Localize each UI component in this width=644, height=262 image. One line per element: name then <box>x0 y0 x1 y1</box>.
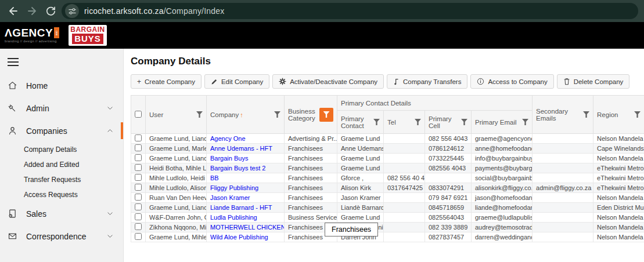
cell-region: eThekwini Metro... <box>593 163 644 173</box>
cell-company-link[interactable]: Liande Barnard - HFT <box>207 203 285 213</box>
company-table: User Company↑ Business Category Primary … <box>131 95 644 242</box>
delete-company-button[interactable]: Delete Company <box>557 74 630 89</box>
filter-icon[interactable] <box>461 119 467 125</box>
table-row[interactable]: Ruan Van Den Heeve... Jason Kramer Franc… <box>131 193 644 203</box>
column-header-primary-email[interactable]: Primary Email <box>472 111 533 134</box>
row-select-cell[interactable] <box>131 134 146 144</box>
activate-deactivate-company-button[interactable]: Activate/Deactivate Company <box>272 74 384 89</box>
company-transfers-button[interactable]: Company Transfers <box>387 74 467 89</box>
column-header-tel[interactable]: Tel <box>384 111 425 134</box>
cell-company-link[interactable]: Bargain Buys <box>207 154 285 163</box>
row-checkbox[interactable] <box>135 233 142 240</box>
sidebar-subitem-added-and-edited[interactable]: Added and Edited <box>0 157 123 172</box>
cell-tel <box>384 223 425 232</box>
info-icon <box>477 78 484 85</box>
cell-company-link[interactable]: MOTHERWELL CHICKEN LA... <box>207 223 285 232</box>
column-header-secondary-emails[interactable]: Secondary Emails <box>533 96 593 134</box>
sidebar-item-sales[interactable]: Sales <box>0 202 123 225</box>
sidebar-subitem-company-details[interactable]: Company Details <box>0 142 123 157</box>
cell-primary-contact: Gforce , <box>337 173 384 183</box>
column-label: Primary Contact <box>341 115 371 129</box>
row-checkbox[interactable] <box>135 194 142 201</box>
table-row[interactable]: Graeme Lund, Liande... Agency One Advert… <box>131 134 644 144</box>
select-all-checkbox[interactable] <box>135 111 142 118</box>
filter-icon[interactable] <box>415 119 421 125</box>
row-checkbox[interactable] <box>135 154 142 161</box>
table-row[interactable]: Graeme Lund, Marle... Anne Udemans - HFT… <box>131 144 644 154</box>
sidebar-subitem-access-requests[interactable]: Access Requests <box>0 187 123 202</box>
admin-icon <box>7 103 17 114</box>
trash-icon <box>563 78 570 85</box>
sidebar-subitem-transfer-requests[interactable]: Transfer Requests <box>0 172 123 187</box>
filter-icon[interactable] <box>522 119 528 125</box>
row-select-cell[interactable] <box>131 154 146 163</box>
cell-company-link[interactable]: BB <box>207 173 285 183</box>
access-to-company-button[interactable]: Access to Company <box>470 74 553 89</box>
table-row[interactable]: Graeme Lund, Liande... Liande Barnard - … <box>131 203 644 213</box>
row-select-cell[interactable] <box>131 144 146 154</box>
create-company-button[interactable]: + Create Company <box>131 74 202 89</box>
cell-company-link[interactable]: Bargain Buys test 2 <box>207 163 285 173</box>
person-icon <box>7 126 17 136</box>
cell-company-link[interactable]: Agency One <box>207 134 285 144</box>
cell-company-link[interactable]: Wild Aloe Publishing <box>207 232 285 242</box>
column-header-primary-contact[interactable]: Primary Contact <box>337 111 384 134</box>
cell-primary-cell: 082556 4043 <box>425 163 472 173</box>
refresh-icon[interactable] <box>43 3 58 19</box>
filter-icon[interactable] <box>634 111 641 118</box>
filter-icon[interactable] <box>373 119 380 125</box>
url-bar[interactable]: ricochet.arksoft.co.za/Company/Index <box>62 3 638 19</box>
site-settings-icon[interactable] <box>65 4 79 18</box>
sidebar-item-correspondence[interactable]: Correspondence <box>0 225 123 248</box>
filter-icon[interactable] <box>274 111 280 118</box>
row-checkbox[interactable] <box>135 213 142 220</box>
agency-logo-text: ΛGENCY <box>5 27 53 38</box>
sidebar-item-admin[interactable]: Admin <box>0 97 123 119</box>
row-checkbox[interactable] <box>135 174 142 181</box>
row-checkbox[interactable] <box>135 134 142 141</box>
column-header-region[interactable]: Region <box>593 96 644 134</box>
row-checkbox[interactable] <box>135 203 142 210</box>
cell-company-link[interactable]: Ludla Publishing <box>207 213 285 223</box>
row-select-cell[interactable] <box>131 193 146 203</box>
row-select-cell[interactable] <box>131 223 146 232</box>
sidebar-item-companies[interactable]: Companies <box>0 119 123 142</box>
forward-icon[interactable] <box>24 3 39 19</box>
table-row[interactable]: Heidi Botha, Mihle Lu... Bargain Buys te… <box>131 163 644 173</box>
row-select-cell[interactable] <box>131 183 146 193</box>
column-label: Tel <box>387 119 396 126</box>
column-header-company[interactable]: Company↑ <box>207 96 285 134</box>
back-icon[interactable] <box>6 3 21 19</box>
menu-icon[interactable] <box>8 58 19 66</box>
column-header-business-category[interactable]: Business Category <box>285 96 337 134</box>
select-all-cell[interactable] <box>131 96 146 134</box>
edit-company-button[interactable]: Edit Company <box>204 74 269 89</box>
sidebar-item-home[interactable]: Home <box>0 74 123 97</box>
row-select-cell[interactable] <box>131 203 146 213</box>
row-checkbox[interactable] <box>135 184 142 191</box>
cell-secondary-emails <box>533 223 593 232</box>
row-checkbox[interactable] <box>135 144 142 151</box>
row-select-cell[interactable] <box>131 163 146 173</box>
table-row[interactable]: Graeme Lund, Mihle ... Wild Aloe Publish… <box>131 232 644 242</box>
envelope-icon <box>7 231 17 242</box>
cell-primary-contact: Alison Kirk <box>337 183 384 193</box>
row-checkbox[interactable] <box>135 223 142 230</box>
row-select-cell[interactable] <box>131 213 146 223</box>
filter-icon[interactable] <box>196 111 203 118</box>
filter-icon[interactable] <box>583 111 589 118</box>
table-row[interactable]: Mihle Ludlolo, Alison... Fliggy Publishi… <box>131 183 644 193</box>
table-row[interactable]: W&F-Darren John, G... Ludla Publishing B… <box>131 213 644 223</box>
column-header-user[interactable]: User <box>146 96 207 134</box>
cell-company-link[interactable]: Jason Kramer <box>207 193 285 203</box>
row-checkbox[interactable] <box>135 164 142 171</box>
cell-company-link[interactable]: Fliggy Publishing <box>207 183 285 193</box>
row-select-cell[interactable] <box>131 173 146 183</box>
row-select-cell[interactable] <box>131 232 146 242</box>
table-row[interactable]: Graeme Lund, Liande... Bargain Buys Fran… <box>131 154 644 163</box>
table-row[interactable]: Mihle Ludlolo, Heidi ... BB Franchisees … <box>131 173 644 183</box>
table-row[interactable]: Zikhona Nqqono, Mi... MOTHERWELL CHICKEN… <box>131 223 644 232</box>
cell-company-link[interactable]: Anne Udemans - HFT <box>207 144 285 154</box>
filter-active-button[interactable] <box>319 108 333 122</box>
column-header-primary-cell[interactable]: Primary Cell <box>425 111 472 134</box>
